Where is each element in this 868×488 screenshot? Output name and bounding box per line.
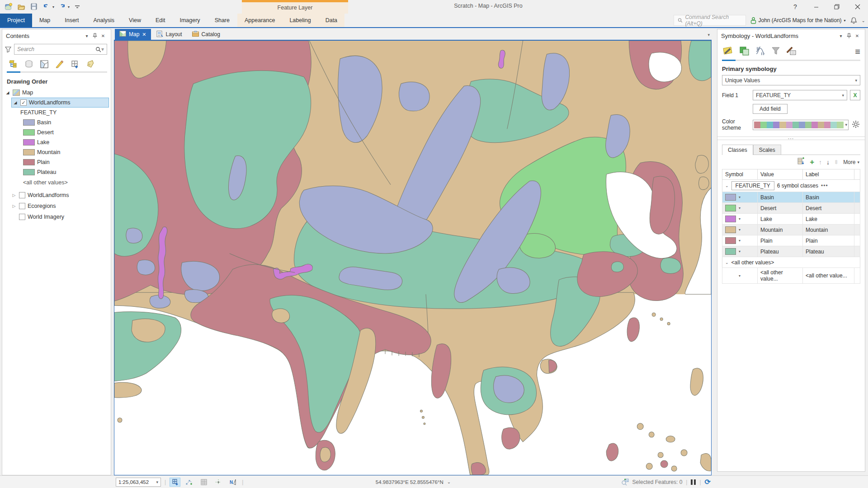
symbol-dropdown-caret[interactable]: ▾ xyxy=(739,274,741,278)
legend-swatch[interactable] xyxy=(23,139,35,145)
layer-checkbox-unchecked[interactable] xyxy=(19,214,25,220)
ribbon-tab-share[interactable]: Share xyxy=(208,14,237,27)
class-value[interactable]: Lake xyxy=(758,214,803,225)
other-values-group-row[interactable]: ⌄<all other values> xyxy=(722,257,860,268)
coordinates-dropdown-chevron[interactable]: ⌄ xyxy=(447,479,451,484)
open-project-button[interactable] xyxy=(16,2,26,12)
legend-item-plain[interactable]: Plain xyxy=(2,157,111,167)
ribbon-tab-insert[interactable]: Insert xyxy=(57,14,86,27)
move-down-icon[interactable]: ↓ xyxy=(826,159,830,166)
legend-swatch[interactable] xyxy=(23,169,35,175)
vary-symbology-icon[interactable] xyxy=(738,46,750,58)
north-arrow-icon[interactable]: N xyxy=(227,478,238,487)
expander-closed-icon[interactable]: ▷ xyxy=(11,193,17,197)
close-tab-icon[interactable]: ✕ xyxy=(142,32,146,38)
ribbon-tab-analysis[interactable]: Analysis xyxy=(86,14,122,27)
legend-item-lake[interactable]: Lake xyxy=(2,137,111,147)
add-value-plus-icon[interactable]: + xyxy=(810,158,814,167)
class-value[interactable]: Plain xyxy=(758,235,803,246)
map-coordinates[interactable]: 54.9837963°E 52.8555476°N ⌄ xyxy=(376,479,451,485)
class-row-lake[interactable]: ▾LakeLake xyxy=(722,214,860,225)
view-tab-layout[interactable]: Layout xyxy=(152,29,187,40)
refresh-map-button[interactable]: ⟳ xyxy=(705,479,711,486)
class-symbol-swatch[interactable] xyxy=(725,216,736,222)
expander-closed-icon[interactable]: ▷ xyxy=(11,204,17,208)
class-symbol-swatch[interactable] xyxy=(725,248,736,255)
panel-splitter[interactable]: ••• xyxy=(717,136,865,140)
class-label[interactable]: Plain xyxy=(803,235,854,246)
tab-scales[interactable]: Scales xyxy=(753,145,781,155)
group-more-dots[interactable]: ••• xyxy=(821,183,828,189)
menu-hamburger-icon[interactable]: ≡ xyxy=(855,47,860,57)
ribbon-tab-edit[interactable]: Edit xyxy=(148,14,173,27)
class-row-desert[interactable]: ▾DesertDesert xyxy=(722,203,860,214)
command-search-input[interactable]: Command Search (Alt+Q) xyxy=(674,15,746,26)
list-by-data-source-icon[interactable] xyxy=(22,58,36,70)
ribbon-tab-imagery[interactable]: Imagery xyxy=(172,14,207,27)
class-label[interactable]: Mountain xyxy=(803,225,854,235)
close-pane-icon[interactable]: ✕ xyxy=(853,33,861,38)
legend-swatch[interactable] xyxy=(23,159,35,165)
class-value[interactable]: Basin xyxy=(758,192,803,203)
more-button[interactable]: More ▾ xyxy=(843,159,859,165)
tree-item-ecoregions[interactable]: ▷Ecoregions xyxy=(2,201,111,211)
view-tab-catalog[interactable]: Catalog xyxy=(188,29,225,40)
field1-select[interactable]: FEATURE_TY ▾ xyxy=(753,90,847,100)
ribbon-tab-data[interactable]: Data xyxy=(318,14,344,27)
grid-icon[interactable] xyxy=(198,478,209,487)
filter-icon[interactable] xyxy=(5,47,11,52)
ribbon-tab-view[interactable]: View xyxy=(122,14,148,27)
pin-icon[interactable] xyxy=(845,33,853,38)
map-view[interactable] xyxy=(114,40,712,475)
tree-item-map[interactable]: ◢ Map xyxy=(2,88,111,98)
legend-item-basin[interactable]: Basin xyxy=(2,117,111,127)
class-row-mountain[interactable]: ▾MountainMountain xyxy=(722,225,860,235)
group-collapse-chevron[interactable]: ⌄ xyxy=(725,183,729,188)
class-label[interactable]: Basin xyxy=(803,192,854,203)
tab-list-caret[interactable]: ▾ xyxy=(708,33,710,37)
other-values-class-row[interactable]: ▾<all other value...<all other value... xyxy=(722,268,860,284)
class-value[interactable]: <all other value... xyxy=(758,268,803,284)
search-options-caret[interactable]: ▾ xyxy=(101,46,104,52)
class-label[interactable]: Lake xyxy=(803,214,854,225)
user-account[interactable]: John (ArcGIS Maps for the Nation) ▾ xyxy=(750,17,846,24)
color-scheme-select[interactable]: ▾ xyxy=(753,120,849,130)
restore-button[interactable] xyxy=(826,0,847,14)
color-scheme-options-gear-icon[interactable] xyxy=(851,120,860,130)
list-by-snapping-icon[interactable] xyxy=(68,58,82,70)
symbol-dropdown-caret[interactable]: ▾ xyxy=(739,195,741,199)
layer-checkbox-unchecked[interactable] xyxy=(19,203,25,209)
undo-button[interactable] xyxy=(42,2,52,12)
class-label[interactable]: Plateau xyxy=(803,246,854,257)
primary-symbology-icon[interactable] xyxy=(722,46,734,58)
close-pane-icon[interactable]: ✕ xyxy=(99,33,107,38)
expander-open-icon[interactable]: ◢ xyxy=(5,90,10,95)
legend-item-plateau[interactable]: Plateau xyxy=(2,167,111,177)
redo-dropdown[interactable]: ▾ xyxy=(68,5,70,9)
class-symbol-swatch[interactable] xyxy=(725,226,736,233)
contents-search-input[interactable]: Search ▾ xyxy=(14,44,107,55)
redo-button[interactable] xyxy=(57,2,67,12)
ribbon-tab-map[interactable]: Map xyxy=(32,14,57,27)
notifications-bell-icon[interactable] xyxy=(850,17,857,24)
legend-swatch[interactable] xyxy=(23,149,35,155)
selected-features-count[interactable]: Selected Features: 0 xyxy=(632,479,683,485)
add-unlisted-values-icon[interactable] xyxy=(797,157,805,167)
ribbon-tab-project[interactable]: Project xyxy=(0,14,32,27)
save-project-button[interactable] xyxy=(29,2,39,12)
view-tab-map[interactable]: Map✕ xyxy=(115,29,151,40)
layer-checkbox-checked[interactable]: ✓ xyxy=(20,99,27,106)
class-row-plain[interactable]: ▾PlainPlain xyxy=(722,235,860,246)
tree-item-worldlandforms[interactable]: ◢ ✓ WorldLandforms xyxy=(11,98,109,108)
symbol-dropdown-caret[interactable]: ▾ xyxy=(739,217,741,221)
symbol-dropdown-caret[interactable]: ▾ xyxy=(739,249,741,253)
class-row-plateau[interactable]: ▾PlateauPlateau xyxy=(722,246,860,257)
filter-funnel-icon[interactable] xyxy=(771,46,781,57)
class-value[interactable]: Mountain xyxy=(758,225,803,235)
edit-vertices-icon[interactable] xyxy=(184,478,195,487)
ribbon-tab-labeling[interactable]: Labeling xyxy=(282,14,318,27)
legend-swatch[interactable] xyxy=(23,119,35,126)
crosshair-icon[interactable] xyxy=(213,478,224,487)
tab-classes[interactable]: Classes xyxy=(722,145,753,155)
legend-item-mountain[interactable]: Mountain xyxy=(2,147,111,157)
